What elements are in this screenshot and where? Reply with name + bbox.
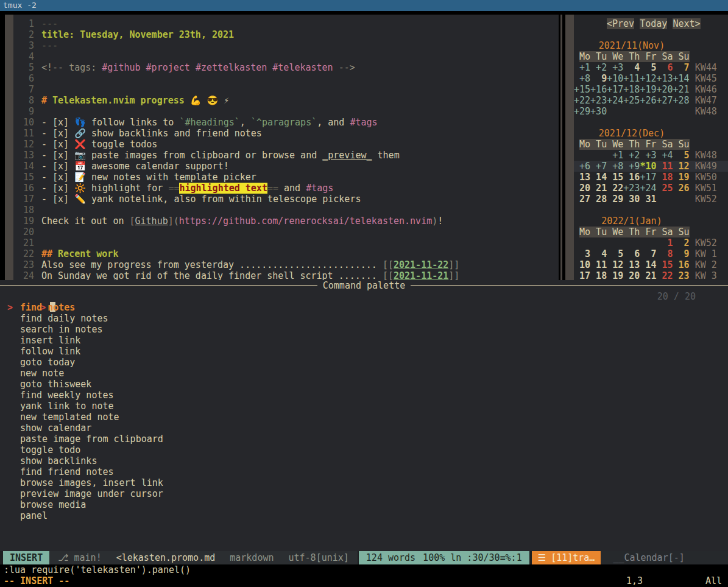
- calendar-day[interactable]: +1: [574, 62, 590, 73]
- palette-item[interactable]: preview image under cursor: [7, 488, 721, 499]
- calendar-day[interactable]: 6: [656, 62, 673, 73]
- calendar-day[interactable]: +30: [590, 106, 607, 117]
- editor-line[interactable]: 21: [13, 237, 559, 248]
- calendar-day[interactable]: 10: [574, 259, 590, 270]
- editor-line[interactable]: 23Also see my progress from yesterday ..…: [13, 259, 559, 270]
- calendar-day[interactable]: +29: [574, 106, 590, 117]
- palette-item[interactable]: yank link to note: [7, 401, 721, 412]
- calendar-day[interactable]: +17: [607, 84, 623, 95]
- calendar-day[interactable]: 30: [623, 194, 640, 205]
- calendar-day[interactable]: 12: [607, 259, 623, 270]
- calendar-day[interactable]: 29: [607, 194, 623, 205]
- palette-item[interactable]: goto thisweek: [7, 379, 721, 390]
- editor-line[interactable]: 18: [13, 205, 559, 216]
- tab-segment[interactable]: ☰ [11]tra…: [532, 551, 601, 564]
- calendar-day[interactable]: +22: [574, 95, 590, 106]
- palette-item[interactable]: find friend notes: [7, 466, 721, 477]
- calendar-prev-button[interactable]: <Prev: [607, 18, 634, 29]
- calendar-day[interactable]: +24: [640, 183, 656, 194]
- calendar-day[interactable]: 3: [574, 248, 590, 259]
- palette-item[interactable]: show calendar: [7, 423, 721, 434]
- editor-line[interactable]: 16- [x] 🔆 highlight for ==highlighted te…: [13, 183, 559, 194]
- calendar-day[interactable]: +15: [574, 84, 590, 95]
- editor-line[interactable]: 22## Recent work: [13, 248, 559, 259]
- calendar-day[interactable]: 11: [590, 259, 607, 270]
- calendar-day[interactable]: +3: [640, 150, 656, 161]
- calendar-day[interactable]: 19: [673, 172, 690, 183]
- calendar-day[interactable]: 9: [673, 248, 690, 259]
- palette-item[interactable]: >find notes: [7, 302, 721, 313]
- calendar-day[interactable]: +14: [673, 73, 690, 84]
- editor-line[interactable]: 4: [13, 51, 559, 62]
- calendar-day[interactable]: +23: [590, 95, 607, 106]
- palette-item[interactable]: browse media: [7, 499, 721, 510]
- calendar-day[interactable]: 22: [607, 183, 623, 194]
- editor-line[interactable]: 19Check it out on [Github](https://githu…: [13, 216, 559, 227]
- command-palette[interactable]: Command palette > 20 / 20 >find notes fi…: [0, 280, 728, 551]
- calendar-day[interactable]: 27: [574, 194, 590, 205]
- palette-item[interactable]: insert link: [7, 335, 721, 346]
- calendar-day[interactable]: +9: [623, 161, 640, 172]
- editor-line[interactable]: 17- [x] ✏️ yank notelink, also from with…: [13, 194, 559, 205]
- calendar-day[interactable]: 28: [590, 194, 607, 205]
- palette-item[interactable]: show backlinks: [7, 455, 721, 466]
- editor-line[interactable]: 20: [13, 227, 559, 237]
- calendar-day[interactable]: +1: [607, 150, 623, 161]
- calendar-day[interactable]: 25: [656, 183, 673, 194]
- calendar-today-button[interactable]: Today: [640, 18, 667, 29]
- calendar-day[interactable]: +6: [574, 161, 590, 172]
- calendar-day[interactable]: +13: [656, 73, 673, 84]
- calendar-day[interactable]: +23: [623, 183, 640, 194]
- editor-line[interactable]: 11- [x] 🔗 show backlinks and friend note…: [13, 128, 559, 139]
- calendar-day[interactable]: +7: [590, 161, 607, 172]
- palette-prompt[interactable]: >: [7, 291, 721, 302]
- editor-line[interactable]: 8# Telekasten.nvim progress 💪 😎 ⚡: [13, 95, 559, 106]
- calendar-day[interactable]: 18: [656, 172, 673, 183]
- calendar-day[interactable]: +26: [640, 95, 656, 106]
- calendar-day[interactable]: +10: [607, 73, 623, 84]
- editor-line[interactable]: 9: [13, 106, 559, 117]
- editor-line[interactable]: 2title: Tuesday, November 23th, 2021: [13, 29, 559, 40]
- calendar-next-button[interactable]: Next>: [673, 18, 700, 29]
- calendar-day[interactable]: 14: [590, 172, 607, 183]
- calendar-day[interactable]: +8: [574, 73, 590, 84]
- calendar-day[interactable]: 9: [590, 73, 607, 84]
- calendar-day[interactable]: 1: [656, 237, 673, 248]
- calendar-day[interactable]: +24: [607, 95, 623, 106]
- calendar-day[interactable]: 21: [590, 183, 607, 194]
- editor-line[interactable]: 10- [x] 👣 follow links to `#headings`, `…: [13, 117, 559, 128]
- palette-item[interactable]: find weekly notes: [7, 390, 721, 401]
- calendar-day[interactable]: *10: [640, 161, 656, 172]
- editor-line[interactable]: 1---: [13, 18, 559, 29]
- calendar-day[interactable]: 5: [673, 150, 690, 161]
- calendar-day[interactable]: +4: [656, 150, 673, 161]
- palette-item[interactable]: toggle todo: [7, 445, 721, 455]
- calendar-day[interactable]: 5: [640, 62, 656, 73]
- calendar-day[interactable]: 2: [673, 237, 690, 248]
- window-separator[interactable]: [560, 15, 562, 280]
- calendar-day[interactable]: +19: [640, 84, 656, 95]
- editor-line[interactable]: 7: [13, 84, 559, 95]
- editor-line[interactable]: 12- [x] ❌ toggle todos: [13, 139, 559, 150]
- calendar-day[interactable]: +2: [623, 150, 640, 161]
- calendar-day[interactable]: 13: [574, 172, 590, 183]
- editor-line[interactable]: 3---: [13, 40, 559, 51]
- calendar-day[interactable]: +11: [623, 73, 640, 84]
- calendar-day[interactable]: 11: [656, 161, 673, 172]
- calendar-day[interactable]: 15: [607, 172, 623, 183]
- calendar-day[interactable]: 26: [673, 183, 690, 194]
- calendar-day[interactable]: 4: [590, 248, 607, 259]
- palette-item[interactable]: search in notes: [7, 324, 721, 335]
- calendar-day[interactable]: +27: [656, 95, 673, 106]
- calendar-day[interactable]: +16: [590, 84, 607, 95]
- calendar-day[interactable]: +8: [607, 161, 623, 172]
- calendar-day[interactable]: 7: [640, 248, 656, 259]
- calendar-day[interactable]: 13: [623, 259, 640, 270]
- calendar-day[interactable]: 20: [574, 183, 590, 194]
- palette-item[interactable]: new templated note: [7, 412, 721, 423]
- calendar-day[interactable]: 16: [623, 172, 640, 183]
- calendar-day[interactable]: 4: [623, 62, 640, 73]
- calendar-day[interactable]: +25: [623, 95, 640, 106]
- calendar-day[interactable]: 12: [673, 161, 690, 172]
- calendar-day[interactable]: 5: [607, 248, 623, 259]
